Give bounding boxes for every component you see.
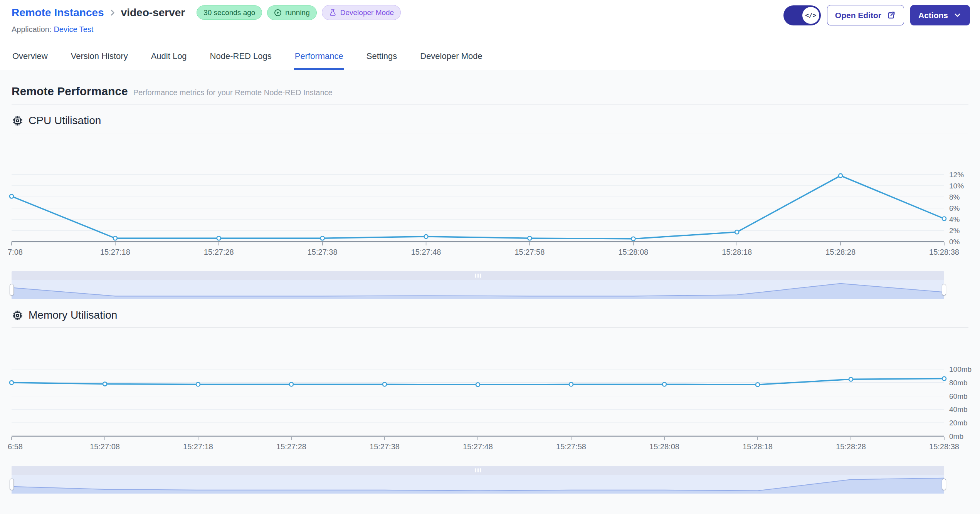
- data-point[interactable]: [942, 377, 946, 381]
- x-axis-tick-label: 6:58: [8, 442, 23, 451]
- data-point[interactable]: [10, 381, 13, 385]
- tab-node-red-logs[interactable]: Node-RED Logs: [209, 44, 272, 70]
- data-point[interactable]: [528, 236, 531, 240]
- developer-mode-toggle[interactable]: </>: [783, 5, 821, 25]
- page-head: Remote Performance Performance metrics f…: [12, 85, 968, 98]
- cpu-chart-container: 0%2%4%6%8%10%12%7:0815:27:1815:27:2815:2…: [12, 163, 968, 255]
- data-point[interactable]: [196, 382, 200, 386]
- page-subtitle: Performance metrics for your Remote Node…: [133, 88, 333, 97]
- cpu-chip-icon: [12, 309, 24, 321]
- open-editor-label: Open Editor: [835, 11, 881, 20]
- x-axis-tick-label: 15:28:18: [743, 442, 773, 451]
- tab-version-history[interactable]: Version History: [70, 44, 129, 70]
- data-point[interactable]: [424, 235, 428, 239]
- breadcrumb: Remote Instances video-server 30 seconds…: [12, 5, 401, 20]
- y-axis-tick-label: 100mb: [949, 365, 972, 373]
- divider: [12, 328, 968, 328]
- divider: [12, 133, 968, 133]
- x-axis-tick-label: 15:28:38: [929, 442, 959, 451]
- actions-label: Actions: [918, 11, 948, 20]
- performance-page: Remote Performance Performance metrics f…: [0, 85, 980, 494]
- external-link-icon: [886, 10, 896, 20]
- tab-audit-log[interactable]: Audit Log: [150, 44, 188, 70]
- memory-slider-left-handle[interactable]: [10, 479, 14, 490]
- x-axis-tick-label: 15:28:38: [929, 248, 959, 256]
- data-point[interactable]: [662, 382, 666, 386]
- developer-mode-text: Developer Mode: [340, 9, 394, 16]
- memory-slider-preview[interactable]: [12, 475, 944, 494]
- cpu-section-title: CPU Utilisation: [12, 114, 968, 127]
- breadcrumb-remote-instances[interactable]: Remote Instances: [12, 7, 104, 19]
- cpu-slider-left-handle[interactable]: [10, 284, 14, 296]
- y-axis-tick-label: 6%: [949, 204, 960, 212]
- tab-bar: OverviewVersion HistoryAudit LogNode-RED…: [0, 44, 980, 70]
- code-icon: </>: [802, 7, 819, 24]
- x-axis-tick-label: 15:27:28: [204, 248, 234, 256]
- divider: [12, 104, 968, 104]
- x-axis-tick-label: 15:27:18: [100, 248, 130, 256]
- cpu-slider-drag-strip[interactable]: [12, 271, 944, 280]
- header-actions: </> Open Editor Actions: [783, 5, 970, 25]
- data-point[interactable]: [289, 382, 293, 386]
- y-axis-tick-label: 10%: [949, 182, 964, 190]
- x-axis-tick-label: 15:27:48: [411, 248, 441, 256]
- header: Remote Instances video-server 30 seconds…: [0, 0, 980, 44]
- data-point[interactable]: [10, 195, 13, 198]
- memory-section: Memory Utilisation 0mb20mb40mb60mb80mb10…: [12, 309, 968, 494]
- data-point[interactable]: [383, 382, 387, 386]
- data-point[interactable]: [476, 383, 480, 386]
- cpu-chart[interactable]: 0%2%4%6%8%10%12%7:0815:27:1815:27:2815:2…: [12, 163, 968, 255]
- data-point[interactable]: [103, 382, 107, 386]
- y-axis-tick-label: 20mb: [949, 419, 968, 427]
- y-axis-tick-label: 60mb: [949, 392, 968, 400]
- tab-overview[interactable]: Overview: [12, 44, 49, 70]
- memory-chart[interactable]: 0mb20mb40mb60mb80mb100mb6:5815:27:0815:2…: [12, 357, 968, 450]
- chevron-down-icon: [953, 11, 962, 20]
- x-axis-tick-label: 15:27:28: [276, 442, 306, 451]
- last-seen-text: 30 seconds ago: [203, 9, 255, 16]
- slider-preview-area: [12, 284, 944, 299]
- x-axis-tick-label: 15:28:08: [618, 248, 648, 256]
- data-point[interactable]: [942, 217, 946, 221]
- x-axis-tick-label: 15:28:18: [722, 248, 752, 256]
- data-point[interactable]: [756, 383, 760, 386]
- memory-range-slider[interactable]: [12, 466, 944, 494]
- cpu-section-label: CPU Utilisation: [29, 114, 101, 127]
- data-point[interactable]: [569, 382, 573, 386]
- tab-performance[interactable]: Performance: [294, 44, 344, 70]
- memory-slider-drag-strip[interactable]: [12, 466, 944, 475]
- y-axis-tick-label: 2%: [949, 227, 960, 235]
- data-point[interactable]: [839, 174, 842, 178]
- x-axis-tick-label: 15:27:48: [463, 442, 493, 451]
- y-axis-tick-label: 80mb: [949, 379, 968, 387]
- tab-settings[interactable]: Settings: [366, 44, 398, 70]
- tab-developer-mode[interactable]: Developer Mode: [419, 44, 483, 70]
- x-axis-tick-label: 7:08: [8, 248, 23, 256]
- page-title: Remote Performance: [12, 85, 128, 98]
- cpu-slider-preview[interactable]: [12, 280, 944, 299]
- cpu-slider-right-handle[interactable]: [942, 284, 946, 296]
- data-point[interactable]: [113, 236, 117, 240]
- slider-preview-area: [12, 478, 944, 494]
- drag-handle-icon: [475, 274, 481, 278]
- data-point[interactable]: [735, 230, 739, 234]
- cpu-chip-icon: [12, 115, 24, 127]
- cpu-range-slider[interactable]: [12, 271, 944, 299]
- drag-handle-icon: [475, 468, 481, 472]
- data-point[interactable]: [631, 237, 635, 241]
- data-point[interactable]: [321, 236, 324, 240]
- x-axis-tick-label: 15:27:38: [308, 248, 338, 256]
- instance-name: video-server: [121, 7, 185, 19]
- actions-button[interactable]: Actions: [910, 5, 970, 25]
- memory-chart-container: 0mb20mb40mb60mb80mb100mb6:5815:27:0815:2…: [12, 357, 968, 450]
- open-editor-button[interactable]: Open Editor: [827, 5, 904, 25]
- y-axis-tick-label: 4%: [949, 215, 960, 223]
- application-link[interactable]: Device Test: [54, 25, 93, 34]
- x-axis-tick-label: 15:27:58: [556, 442, 586, 451]
- data-point[interactable]: [849, 377, 853, 381]
- beaker-icon: [329, 8, 337, 17]
- last-seen-badge: 30 seconds ago: [197, 5, 262, 20]
- x-axis-tick-label: 15:27:58: [515, 248, 545, 256]
- data-point[interactable]: [217, 236, 221, 240]
- memory-slider-right-handle[interactable]: [942, 479, 946, 490]
